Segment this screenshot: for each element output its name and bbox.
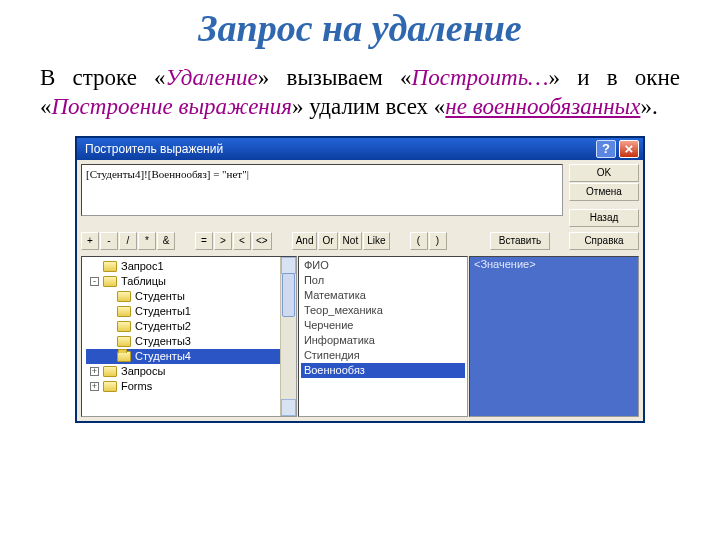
desc-t5: ». (640, 94, 657, 119)
tree-label: Таблицы (121, 275, 166, 287)
tree-node[interactable]: +Запросы (86, 364, 296, 379)
tree-label: Студенты (135, 290, 185, 302)
folder-icon (103, 261, 117, 272)
desc-q1: Удаление (166, 65, 258, 90)
tree-label: Студенты3 (135, 335, 191, 347)
op-=[interactable]: = (195, 232, 213, 250)
help-icon[interactable]: ? (596, 140, 616, 158)
field-item[interactable]: Математика (301, 288, 465, 303)
desc-t1: В строке « (40, 65, 166, 90)
op-<>[interactable]: <> (252, 232, 272, 250)
op--[interactable]: - (100, 232, 118, 250)
op-like[interactable]: Like (363, 232, 389, 250)
expand-icon[interactable]: + (90, 367, 99, 376)
folder-icon (117, 336, 131, 347)
folder-icon (103, 366, 117, 377)
desc-t4: » удалим всех « (292, 94, 445, 119)
tree-label: Студенты4 (135, 350, 191, 362)
tree-node[interactable]: Студенты (86, 289, 296, 304)
tree-label: Запросы (121, 365, 165, 377)
tree-node[interactable]: Студенты1 (86, 304, 296, 319)
expand-icon[interactable]: - (90, 277, 99, 286)
fields-panel[interactable]: ФИОПолМатематикаТеор_механикаЧерчениеИнф… (298, 256, 468, 417)
tree-label: Студенты2 (135, 320, 191, 332)
value-placeholder[interactable]: <Значение> (470, 257, 638, 271)
field-item[interactable]: Теор_механика (301, 303, 465, 318)
op-/[interactable]: / (119, 232, 137, 250)
titlebar[interactable]: Построитель выражений ? × (77, 138, 643, 160)
expand-icon[interactable]: + (90, 382, 99, 391)
tree-node[interactable]: +Forms (86, 379, 296, 394)
operator-toolbar: +-/*&=><<>AndOrNotLike() (81, 232, 448, 250)
tree-node[interactable]: Студенты4 (86, 349, 296, 364)
expression-builder-window: Построитель выражений ? × [Студенты4]![В… (75, 136, 645, 423)
values-panel[interactable]: <Значение> (469, 256, 639, 417)
help-button[interactable]: Справка (569, 232, 639, 250)
tree-label: Запрос1 (121, 260, 164, 272)
folder-icon (117, 321, 131, 332)
op-&[interactable]: & (157, 232, 175, 250)
op-+[interactable]: + (81, 232, 99, 250)
paste-button[interactable]: Вставить (490, 232, 550, 250)
op-)[interactable]: ) (429, 232, 447, 250)
folder-icon (117, 306, 131, 317)
tree-node[interactable]: -Таблицы (86, 274, 296, 289)
tree-label: Forms (121, 380, 152, 392)
desc-q4: не военнообязанных (445, 94, 640, 119)
cancel-button[interactable]: Отмена (569, 183, 639, 201)
field-item[interactable]: Пол (301, 273, 465, 288)
tree-node[interactable]: Студенты2 (86, 319, 296, 334)
field-item[interactable]: Стипендия (301, 348, 465, 363)
op->[interactable]: > (214, 232, 232, 250)
field-item[interactable]: Информатика (301, 333, 465, 348)
ok-button[interactable]: OK (569, 164, 639, 182)
folder-icon (117, 291, 131, 302)
field-item[interactable]: Черчение (301, 318, 465, 333)
folder-icon (117, 351, 131, 362)
back-button[interactable]: Назад (569, 209, 639, 227)
close-icon[interactable]: × (619, 140, 639, 158)
page-title: Запрос на удаление (10, 6, 710, 50)
field-item[interactable]: Военнообяз (301, 363, 465, 378)
op-*[interactable]: * (138, 232, 156, 250)
op-or[interactable]: Or (318, 232, 337, 250)
scrollbar[interactable] (280, 257, 296, 416)
window-title: Построитель выражений (85, 142, 223, 156)
field-item[interactable]: ФИО (301, 258, 465, 273)
expression-input[interactable]: [Студенты4]![Военнообяз] = "нет"| (81, 164, 563, 216)
op-and[interactable]: And (292, 232, 318, 250)
desc-q2: Построить… (412, 65, 549, 90)
folder-icon (103, 381, 117, 392)
tree-panel[interactable]: Запрос1-ТаблицыСтудентыСтуденты1Студенты… (81, 256, 297, 417)
op-([interactable]: ( (410, 232, 428, 250)
op-not[interactable]: Not (339, 232, 363, 250)
desc-t2: » вызываем « (258, 65, 412, 90)
desc-q3: Построение выражения (52, 94, 292, 119)
description: В строке «Удаление» вызываем «Построить…… (10, 64, 710, 136)
tree-label: Студенты1 (135, 305, 191, 317)
tree-node[interactable]: Запрос1 (86, 259, 296, 274)
tree-node[interactable]: Студенты3 (86, 334, 296, 349)
folder-icon (103, 276, 117, 287)
op-<[interactable]: < (233, 232, 251, 250)
